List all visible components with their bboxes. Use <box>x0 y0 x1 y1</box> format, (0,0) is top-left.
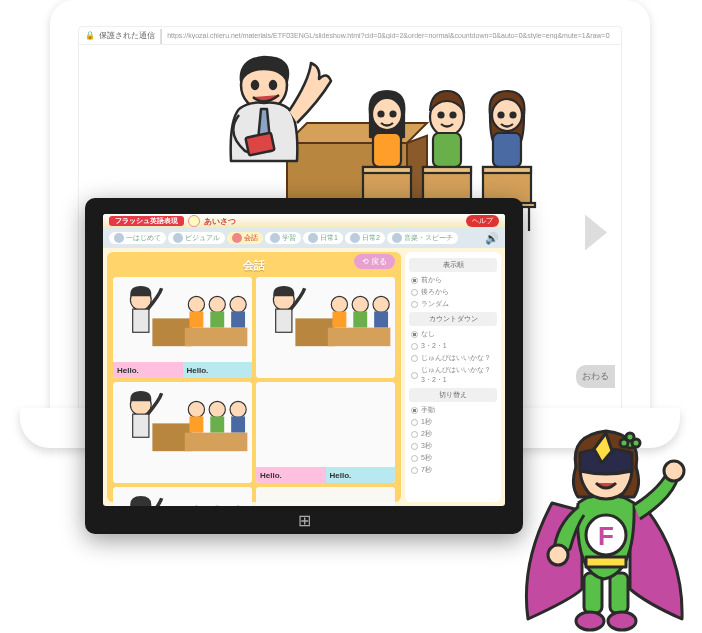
svg-point-38 <box>188 296 204 312</box>
tab-conversation[interactable]: 会話 <box>227 232 263 244</box>
svg-rect-18 <box>433 133 461 167</box>
svg-point-60 <box>209 401 225 417</box>
caption-right: Hello. <box>326 467 396 483</box>
card-illustration <box>256 277 395 362</box>
caption-blank <box>256 362 395 378</box>
option-cd-ready321[interactable]: じゅんびはいいかな？3・2・1 <box>409 364 497 386</box>
option-order-random[interactable]: ランダム <box>409 298 497 310</box>
flash-card[interactable]: こんにちは。 こんにちは。 <box>113 487 252 506</box>
option-sw-1s[interactable]: 1秒 <box>409 416 497 428</box>
tab-intro[interactable]: 一はじめて <box>109 232 166 244</box>
options-header: 表示順 <box>409 258 497 272</box>
svg-rect-20 <box>423 167 471 173</box>
topic-label: あいさつ <box>204 216 236 227</box>
tab-daily2[interactable]: 日常2 <box>345 232 385 244</box>
svg-point-23 <box>499 113 504 118</box>
svg-point-40 <box>209 296 225 312</box>
radio-icon <box>411 331 418 338</box>
svg-point-42 <box>230 296 246 312</box>
radio-icon <box>411 431 418 438</box>
radio-icon <box>411 355 418 362</box>
tab-icon <box>350 233 360 243</box>
windows-home-icon[interactable]: ⊞ <box>298 511 311 530</box>
svg-point-50 <box>352 296 368 312</box>
tab-music[interactable]: 音楽・スピーチ <box>387 232 458 244</box>
svg-marker-2 <box>287 123 427 143</box>
option-order-front[interactable]: 前から <box>409 274 497 286</box>
back-arrow-icon: ⟲ <box>362 257 369 266</box>
svg-point-16 <box>439 113 444 118</box>
svg-rect-59 <box>189 417 203 433</box>
tab-icon <box>270 233 280 243</box>
tab-icon <box>114 233 124 243</box>
next-arrow-icon[interactable] <box>585 215 607 251</box>
radio-icon <box>411 407 418 414</box>
option-cd-ready[interactable]: じゅんびはいいかな？ <box>409 352 497 364</box>
volume-icon[interactable]: 🔊 <box>485 232 499 245</box>
option-sw-7s[interactable]: 7秒 <box>409 464 497 476</box>
tab-daily1[interactable]: 日常1 <box>303 232 343 244</box>
tab-icon <box>173 233 183 243</box>
radio-icon <box>411 419 418 426</box>
help-button[interactable]: ヘルプ <box>466 215 499 227</box>
panel-title: 会話 <box>113 258 395 273</box>
option-cd-none[interactable]: なし <box>409 328 497 340</box>
svg-point-48 <box>331 296 347 312</box>
mascot-icon <box>188 215 200 227</box>
option-sw-manual[interactable]: 手動 <box>409 404 497 416</box>
svg-point-6 <box>270 81 276 89</box>
radio-icon <box>411 372 418 379</box>
caption-left: Hello. <box>113 362 183 378</box>
tablet-device: フラッシュ英語表現 あいさつ ヘルプ 一はじめて ビジュアル 会話 学習 日常1… <box>85 198 523 534</box>
back-button[interactable]: ⟲ 戻る <box>354 254 395 269</box>
svg-rect-54 <box>328 328 391 347</box>
svg-point-82 <box>548 545 568 565</box>
svg-rect-47 <box>276 309 292 332</box>
options-header: カウントダウン <box>409 312 497 326</box>
flash-card[interactable] <box>256 277 395 378</box>
card-blank <box>256 382 395 467</box>
app-logo: フラッシュ英語表現 <box>109 216 184 226</box>
hero-mascot: F <box>512 423 692 633</box>
svg-rect-12 <box>373 133 401 167</box>
svg-point-77 <box>576 612 604 630</box>
caption-left: Hello. <box>256 467 326 483</box>
divider: | <box>159 27 163 45</box>
svg-rect-51 <box>353 311 367 327</box>
tab-visual[interactable]: ビジュアル <box>168 232 225 244</box>
tablet-screen: フラッシュ英語表現 あいさつ ヘルプ 一はじめて ビジュアル 会話 学習 日常1… <box>103 214 505 506</box>
svg-rect-61 <box>210 417 224 433</box>
option-cd-321[interactable]: 3・2・1 <box>409 340 497 352</box>
end-button[interactable]: おわる <box>576 365 615 388</box>
svg-rect-44 <box>185 328 248 347</box>
url-bar: 🔒 保護された通信 | https://kyozai.chieru.net/ma… <box>79 27 621 45</box>
main-area: 会話 Hello. Hello. <box>103 248 505 506</box>
svg-point-78 <box>608 612 636 630</box>
radio-icon <box>411 289 418 296</box>
svg-text:F: F <box>598 521 614 551</box>
options-panel: 表示順 前から 後ろから ランダム カウントダウン なし 3・2・1 じゅんびは… <box>405 252 501 502</box>
flash-card[interactable] <box>256 487 395 506</box>
svg-rect-14 <box>363 167 411 173</box>
option-sw-5s[interactable]: 5秒 <box>409 452 497 464</box>
option-order-back[interactable]: 後ろから <box>409 286 497 298</box>
caption-right: Hello. <box>183 362 253 378</box>
card-illustration <box>113 277 252 362</box>
option-sw-3s[interactable]: 3秒 <box>409 440 497 452</box>
tab-study[interactable]: 学習 <box>265 232 301 244</box>
flash-card[interactable]: Hello. Hello. <box>256 382 395 483</box>
flash-card[interactable] <box>113 382 252 483</box>
flash-card[interactable]: Hello. Hello. <box>113 277 252 378</box>
tab-icon <box>232 233 242 243</box>
tab-icon <box>308 233 318 243</box>
options-header: 切り替え <box>409 388 497 402</box>
svg-rect-63 <box>231 417 245 433</box>
url-text: https://kyozai.chieru.net/materials/ETF0… <box>167 32 609 39</box>
svg-rect-41 <box>210 311 224 327</box>
radio-icon <box>411 301 418 308</box>
card-illustration <box>113 382 252 467</box>
svg-point-17 <box>451 113 456 118</box>
app-header: フラッシュ英語表現 あいさつ ヘルプ <box>103 214 505 228</box>
option-sw-2s[interactable]: 2秒 <box>409 428 497 440</box>
nav-tabs: 一はじめて ビジュアル 会話 学習 日常1 日常2 音楽・スピーチ 🔊 <box>103 228 505 248</box>
